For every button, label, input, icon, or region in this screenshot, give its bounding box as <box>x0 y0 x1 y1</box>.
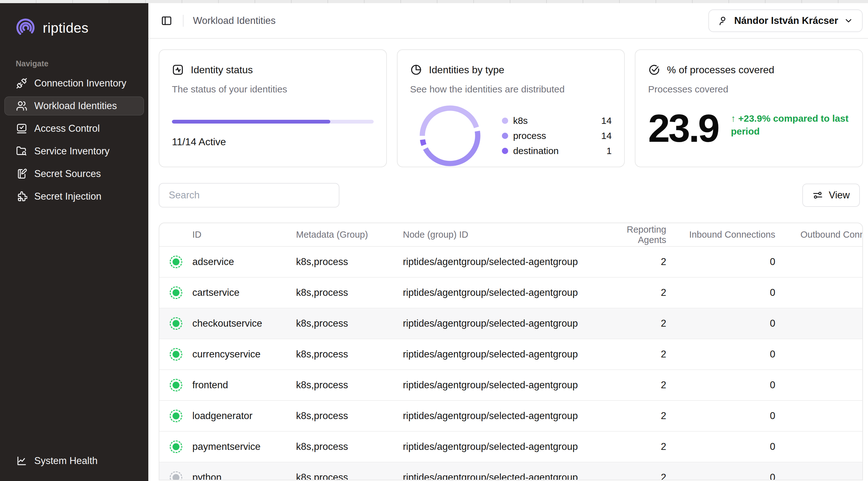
card-subtitle: Processes covered <box>648 84 850 95</box>
cell-inbound-connections: 0 <box>667 256 776 268</box>
breadcrumb: Workload Identities <box>193 15 276 26</box>
content: Identity status The status of your ident… <box>148 39 868 481</box>
folder-search-icon <box>16 146 27 157</box>
card-subtitle: The status of your identities <box>172 84 374 95</box>
sidebar-item-workload-identities[interactable]: Workload Identities <box>4 96 144 115</box>
legend-dot <box>502 148 508 154</box>
sidebar-toggle-button[interactable] <box>160 14 174 28</box>
cell-inbound-connections: 0 <box>667 472 776 480</box>
cell-inbound-connections: 0 <box>667 410 776 422</box>
sidebar-item-label: System Health <box>34 455 98 467</box>
identity-progress-label: 11/14 Active <box>172 136 374 148</box>
cell-metadata: k8s,process <box>296 410 403 422</box>
cell-reporting-agents: 2 <box>598 380 667 391</box>
sidebar-item-access-control[interactable]: Access Control <box>4 119 144 138</box>
cell-inbound-connections: 0 <box>667 441 776 452</box>
pie-chart-icon <box>410 64 422 76</box>
table-row[interactable]: pythonk8s,processriptides/agentgroup/sel… <box>159 462 862 480</box>
cell-reporting-agents: 2 <box>598 441 667 452</box>
cell-id: cartservice <box>192 287 296 298</box>
sidebar-item-system-health[interactable]: System Health <box>4 451 144 470</box>
table-row[interactable]: loadgeneratork8s,processriptides/agentgr… <box>159 401 862 432</box>
status-active-icon <box>170 379 182 391</box>
table-row[interactable]: currencyservicek8s,processriptides/agent… <box>159 339 862 370</box>
status-active-icon <box>170 410 182 422</box>
cell-node: riptides/agentgroup/selected-agentgroup <box>403 472 598 480</box>
table-header-row: IDMetadata (Group)Node (group) IDReporti… <box>159 223 862 247</box>
cell-node: riptides/agentgroup/selected-agentgroup <box>403 380 598 391</box>
user-icon <box>718 16 728 26</box>
sidebar-item-label: Connection Inventory <box>34 78 126 89</box>
cell-reporting-agents: 2 <box>598 349 667 360</box>
legend-label: k8s <box>513 115 601 126</box>
summary-cards: Identity status The status of your ident… <box>159 49 863 167</box>
column-header-node-group-id: Node (group) ID <box>403 230 598 240</box>
table-row[interactable]: adservicek8s,processriptides/agentgroup/… <box>159 247 862 278</box>
status-active-icon <box>170 441 182 453</box>
legend-item-destination: destination1 <box>502 146 612 156</box>
cell-metadata: k8s,process <box>296 287 403 298</box>
user-name: Nándor István Krácser <box>734 15 838 26</box>
brand-logo[interactable]: riptides <box>0 18 148 38</box>
card-subtitle: See how the identities are distributed <box>410 84 612 95</box>
sidebar-item-secret-injection[interactable]: Secret Injection <box>4 187 144 206</box>
sidebar-item-secret-sources[interactable]: Secret Sources <box>4 164 144 183</box>
inbox-check-icon <box>16 123 27 134</box>
search-input[interactable] <box>159 183 339 208</box>
topbar: Workload Identities Nándor István Krácse… <box>148 3 868 39</box>
circle-check-icon <box>648 64 660 76</box>
processes-covered-value: 23.9 <box>648 109 718 148</box>
cell-reporting-agents: 2 <box>598 318 667 329</box>
table-row[interactable]: frontendk8s,processriptides/agentgroup/s… <box>159 370 862 401</box>
legend-label: process <box>513 130 601 141</box>
processes-covered-trend: ↑ +23.9% compared to last period <box>731 112 850 138</box>
cell-metadata: k8s,process <box>296 349 403 360</box>
cell-inbound-connections: 0 <box>667 380 776 391</box>
cell-reporting-agents: 2 <box>598 472 667 480</box>
legend-value: 14 <box>601 115 612 126</box>
unplug-icon <box>16 78 27 89</box>
sidebar-item-label: Service Inventory <box>34 146 110 157</box>
cell-id: loadgenerator <box>192 410 296 422</box>
cell-metadata: k8s,process <box>296 441 403 452</box>
cell-metadata: k8s,process <box>296 256 403 268</box>
identities-by-type-card: Identities by type See how the identitie… <box>397 49 625 167</box>
cell-reporting-agents: 2 <box>598 410 667 422</box>
notebook-pen-icon <box>16 168 27 180</box>
view-button-label: View <box>829 189 850 201</box>
view-button[interactable]: View <box>802 184 860 207</box>
cell-inbound-connections: 0 <box>667 318 776 329</box>
cell-id: paymentservice <box>192 441 296 452</box>
brand-name: riptides <box>43 20 89 36</box>
browser-chrome-sliver <box>0 0 868 3</box>
column-header-outbound-conn: Outbound Conn <box>776 230 862 240</box>
table-row[interactable]: paymentservicek8s,processriptides/agentg… <box>159 432 862 462</box>
column-header-reporting-agents: Reporting Agents <box>598 224 667 245</box>
cell-node: riptides/agentgroup/selected-agentgroup <box>403 410 598 422</box>
sidebar-item-service-inventory[interactable]: Service Inventory <box>4 142 144 161</box>
status-active-icon <box>170 317 182 330</box>
cell-inbound-connections: 0 <box>667 349 776 360</box>
identity-progress-fill <box>172 120 330 124</box>
identity-status-card: Identity status The status of your ident… <box>159 49 387 167</box>
main-area: Workload Identities Nándor István Krácse… <box>148 3 868 481</box>
cell-metadata: k8s,process <box>296 472 403 480</box>
table-row[interactable]: cartservicek8s,processriptides/agentgrou… <box>159 278 862 308</box>
cell-metadata: k8s,process <box>296 380 403 391</box>
status-active-icon <box>170 255 182 268</box>
sliders-icon <box>812 190 823 201</box>
cell-id: checkoutservice <box>192 318 296 329</box>
cell-node: riptides/agentgroup/selected-agentgroup <box>403 318 598 329</box>
sidebar-item-connection-inventory[interactable]: Connection Inventory <box>4 74 144 93</box>
sidebar-item-label: Access Control <box>34 123 100 134</box>
legend-dot <box>502 133 508 139</box>
table-row[interactable]: checkoutservicek8s,processriptides/agent… <box>159 308 862 339</box>
user-menu-button[interactable]: Nándor István Krácser <box>708 9 863 32</box>
cell-inbound-connections: 0 <box>667 287 776 298</box>
status-active-icon <box>170 348 182 361</box>
chart-line-icon <box>16 455 27 467</box>
sidebar-item-label: Secret Injection <box>34 191 101 202</box>
legend-item-process: process14 <box>502 130 612 141</box>
legend-item-k8s: k8s14 <box>502 115 612 126</box>
status-inactive-icon <box>170 471 182 480</box>
